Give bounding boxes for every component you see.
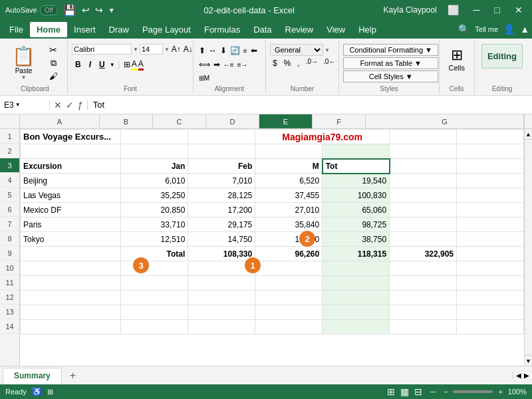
cell-a8[interactable]: Tokyo: [21, 232, 121, 247]
row-num-4[interactable]: 4: [0, 173, 19, 188]
add-sheet-btn[interactable]: +: [63, 367, 82, 384]
cell-g13[interactable]: [457, 305, 524, 320]
cell-b14[interactable]: [121, 320, 188, 334]
scroll-up-btn[interactable]: ▲: [525, 129, 532, 140]
cell-e5[interactable]: 100,830: [323, 188, 390, 203]
cell-b3[interactable]: Jan: [121, 159, 188, 174]
cell-d12[interactable]: [255, 291, 323, 305]
row-num-1[interactable]: 1: [0, 129, 19, 144]
cell-f2[interactable]: [390, 144, 457, 159]
cell-a5[interactable]: Las Vegas: [21, 188, 121, 203]
bold-btn[interactable]: B: [72, 59, 84, 70]
cell-f11[interactable]: [390, 276, 457, 291]
horizontal-scroll-area[interactable]: ◀ ▶: [513, 372, 532, 379]
cell-f12[interactable]: [390, 291, 457, 305]
name-box-dropdown-icon[interactable]: ▼: [15, 102, 21, 108]
col-header-d[interactable]: D: [206, 114, 259, 128]
cell-a1[interactable]: Bon Voyage Excurs...: [21, 130, 121, 144]
menu-help[interactable]: Help: [352, 22, 383, 37]
row-num-12[interactable]: 12: [0, 290, 19, 305]
row-num-7[interactable]: 7: [0, 217, 19, 231]
menu-data[interactable]: Data: [247, 22, 278, 37]
formula-input[interactable]: Tot: [88, 100, 532, 110]
cell-c11[interactable]: [188, 276, 255, 291]
cell-c12[interactable]: [188, 291, 255, 305]
cell-d14[interactable]: [255, 320, 323, 334]
underline-dropdown-icon[interactable]: ▼: [110, 62, 115, 68]
menu-file[interactable]: File: [3, 22, 30, 37]
percent-btn[interactable]: %: [281, 57, 294, 69]
row-num-14[interactable]: 14: [0, 319, 19, 334]
copy-btn[interactable]: ⧉: [43, 57, 63, 69]
col-header-c[interactable]: C: [153, 114, 206, 128]
cell-e4[interactable]: 19,540: [323, 174, 390, 188]
cell-d6[interactable]: 27,010: [255, 203, 323, 217]
zoom-out-btn[interactable]: −: [444, 388, 448, 396]
cell-d11[interactable]: [255, 276, 323, 291]
align-left-btn[interactable]: ⬅: [249, 45, 259, 57]
col-header-b[interactable]: B: [100, 114, 153, 128]
row-num-13[interactable]: 13: [0, 305, 19, 319]
insert-function-icon[interactable]: ƒ: [78, 100, 83, 110]
cell-e3[interactable]: Tot: [323, 159, 390, 174]
zoom-slider[interactable]: [453, 390, 493, 393]
cell-g6[interactable]: [457, 203, 524, 217]
view-normal-btn[interactable]: ⊞: [387, 386, 395, 397]
cell-g8[interactable]: [457, 232, 524, 247]
zoom-in-btn[interactable]: +: [498, 388, 502, 396]
font-name-dropdown-icon[interactable]: ▼: [133, 47, 138, 53]
view-page-break-btn[interactable]: ⊟: [414, 386, 422, 397]
view-page-layout-btn[interactable]: ▦: [400, 386, 409, 397]
underline-btn[interactable]: U: [96, 59, 108, 70]
autosave-state[interactable]: Off: [40, 5, 58, 15]
cell-a6[interactable]: Mexico DF: [21, 203, 121, 217]
cell-e2[interactable]: [323, 144, 390, 159]
decrease-decimal-btn[interactable]: .0←: [321, 57, 337, 69]
cell-d7[interactable]: 35,840: [255, 217, 323, 232]
number-format-dropdown-icon[interactable]: ▼: [325, 47, 330, 53]
cell-d9[interactable]: 96,260: [255, 247, 323, 261]
cell-e10[interactable]: [323, 261, 390, 276]
cell-g9[interactable]: [457, 247, 524, 261]
cell-d1[interactable]: Magiamgia79.com: [255, 130, 390, 144]
menu-page-layout[interactable]: Page Layout: [136, 22, 198, 37]
cell-g4[interactable]: [457, 174, 524, 188]
paste-dropdown-icon[interactable]: ▼: [21, 74, 27, 80]
menu-insert[interactable]: Insert: [67, 22, 102, 37]
search-icon[interactable]: 🔍: [458, 24, 469, 35]
share-icon[interactable]: 👤: [503, 24, 515, 35]
decrease-font-btn[interactable]: A↓: [183, 44, 194, 55]
cell-g2[interactable]: [457, 144, 524, 159]
autosave-toggle[interactable]: AutoSave Off: [5, 5, 58, 15]
cell-b12[interactable]: [121, 291, 188, 305]
confirm-formula-icon[interactable]: ✓: [66, 100, 74, 110]
cell-c9[interactable]: 108,330: [188, 247, 255, 261]
close-btn[interactable]: ✕: [511, 3, 527, 17]
cell-g12[interactable]: [457, 291, 524, 305]
redo-btn[interactable]: ↪: [95, 5, 103, 15]
cell-e13[interactable]: [323, 305, 390, 320]
row-num-3[interactable]: 3: [0, 158, 19, 173]
cell-e14[interactable]: [323, 320, 390, 334]
save-icon[interactable]: 💾: [63, 4, 76, 17]
row-num-2[interactable]: 2: [0, 144, 19, 158]
cell-e8[interactable]: 38,750: [323, 232, 390, 247]
comma-btn[interactable]: ,: [295, 57, 302, 69]
menu-home[interactable]: Home: [30, 22, 67, 37]
col-header-a[interactable]: A: [20, 114, 100, 128]
undo-btn[interactable]: ↩: [82, 5, 90, 15]
cell-c5[interactable]: 28,125: [188, 188, 255, 203]
italic-btn[interactable]: I: [86, 59, 94, 70]
align-bottom-btn[interactable]: ⬇: [219, 45, 228, 57]
cell-a13[interactable]: [21, 305, 121, 320]
row-num-10[interactable]: 10: [0, 261, 19, 275]
scroll-left-btn[interactable]: ◀: [516, 372, 521, 379]
menu-formulas[interactable]: Formulas: [198, 22, 247, 37]
cell-a14[interactable]: [21, 320, 121, 334]
cell-d3[interactable]: M: [255, 159, 323, 174]
cell-a9[interactable]: [21, 247, 121, 261]
align-center-btn[interactable]: ⟺: [198, 59, 211, 70]
cell-e11[interactable]: [323, 276, 390, 291]
wrap-text-btn[interactable]: ≡: [242, 46, 249, 56]
accessibility-icon[interactable]: ♿: [32, 387, 42, 396]
